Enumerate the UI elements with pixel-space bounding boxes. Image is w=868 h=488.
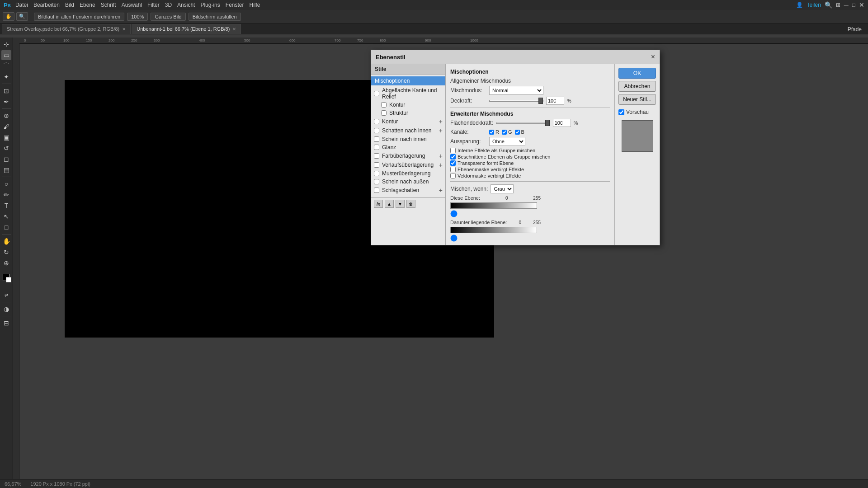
dialog-close-btn[interactable]: × <box>651 53 655 61</box>
tab-0-close[interactable]: ✕ <box>122 27 126 32</box>
deckraft-percent: % <box>567 98 571 103</box>
flaechen-slider[interactable] <box>496 122 550 124</box>
tab-0[interactable]: Stream Overlay.psdc bei 66,7% (Gruppe 2,… <box>2 24 131 34</box>
close-icon[interactable]: ✕ <box>859 1 864 9</box>
menu-auswahl[interactable]: Auswahl <box>122 2 142 8</box>
glanz-label: Glanz <box>382 144 443 150</box>
stile-mischoptionen[interactable]: Mischoptionen <box>371 76 445 85</box>
history-tool[interactable]: ↺ <box>1 143 11 153</box>
vorschau-checkbox[interactable] <box>618 109 624 115</box>
schlag-checkbox[interactable] <box>374 188 379 193</box>
tab-1[interactable]: Unbenannt-1 bei 66,7% (Ebene 1, RGB/8) ✕ <box>132 24 241 34</box>
menu-hilfe[interactable]: Hilfe <box>249 2 260 8</box>
mischmodus-select[interactable]: Normal Multiplizieren Abblenden Abdunkel… <box>489 86 543 95</box>
struktur-checkbox[interactable] <box>381 110 387 116</box>
zoom-value-btn[interactable]: 100% <box>127 13 148 21</box>
kontur2-checkbox[interactable] <box>374 119 379 124</box>
kontur1-checkbox[interactable] <box>381 102 387 108</box>
mischen-wenn-select[interactable]: Grau Rot Grün Blau <box>491 184 514 193</box>
fill-screen-btn[interactable]: Bildschirm ausfüllen <box>189 13 241 21</box>
stamp-tool[interactable]: ▣ <box>1 132 11 142</box>
dodge-tool[interactable]: ○ <box>1 179 11 189</box>
path-select-tool[interactable]: ↖ <box>1 211 11 221</box>
glanz-checkbox[interactable] <box>374 145 379 150</box>
neuer-stil-button[interactable]: Neuer Stil... <box>618 94 656 105</box>
selection-tool[interactable]: ▭ <box>1 50 11 60</box>
menu-datei[interactable]: Datei <box>15 2 28 8</box>
fit-page-btn[interactable]: Ganzes Bild <box>151 13 185 21</box>
lasso-tool[interactable]: ⌒ <box>1 61 11 71</box>
deckraft-slider[interactable] <box>489 100 543 102</box>
schatten-innen-plus[interactable]: + <box>439 127 443 134</box>
schlag-plus[interactable]: + <box>439 187 443 194</box>
pen-tool[interactable]: ✏ <box>1 190 11 200</box>
eraser-tool[interactable]: ◻ <box>1 154 11 164</box>
breadcrumb-btn[interactable]: Bildlauf in allen Fenstern durchführen <box>34 13 124 21</box>
farbe-plus[interactable]: + <box>439 152 443 160</box>
deckraft-input[interactable] <box>546 97 564 105</box>
gradient-tool[interactable]: ▤ <box>1 165 11 175</box>
heal-tool[interactable]: ⊕ <box>1 111 11 121</box>
move-tool[interactable]: ⊹ <box>1 39 11 49</box>
menu-filter[interactable]: Filter <box>147 2 160 8</box>
farbe-checkbox[interactable] <box>374 153 379 159</box>
ebenenmaske-label: Ebenenmaske verbirgt Effekte <box>458 167 524 172</box>
menu-schrift[interactable]: Schrift <box>101 2 116 8</box>
menu-plugins[interactable]: Plug-ins <box>200 2 220 8</box>
brush-tool[interactable]: 🖌 <box>1 122 11 131</box>
vektormaske-checkbox[interactable] <box>450 173 456 178</box>
down-btn[interactable]: ▼ <box>396 200 405 208</box>
statusbar: 66,67% 1920 Px x 1080 Px (72 ppi) <box>0 479 868 488</box>
menu-bearbeiten[interactable]: Bearbeiten <box>33 2 60 8</box>
darunter-ebene-slider[interactable] <box>450 237 537 239</box>
schein-innen-checkbox[interactable] <box>374 136 379 142</box>
up-btn[interactable]: ▲ <box>385 200 394 208</box>
beschnitt-checkbox[interactable] <box>450 154 456 160</box>
trash-btn[interactable]: 🗑 <box>406 200 415 208</box>
interne-checkbox[interactable] <box>450 148 456 153</box>
ok-button[interactable]: OK <box>618 68 656 79</box>
menu-ansicht[interactable]: Ansicht <box>177 2 195 8</box>
hand-tool-btn[interactable]: ✋ <box>3 12 14 21</box>
shape-tool[interactable]: □ <box>1 222 11 232</box>
layout-icon[interactable]: ⊞ <box>836 2 840 8</box>
kanale-g-checkbox[interactable] <box>502 130 507 135</box>
flaechen-input[interactable] <box>553 119 571 127</box>
search-icon[interactable]: 🔍 <box>825 1 832 9</box>
fx-btn[interactable]: fx <box>374 200 383 208</box>
menu-fenster[interactable]: Fenster <box>226 2 244 8</box>
tab-1-close[interactable]: ✕ <box>232 27 236 32</box>
hand-tool[interactable]: ✋ <box>1 236 11 246</box>
kanale-r-checkbox[interactable] <box>489 130 494 135</box>
share-label[interactable]: Teilen <box>807 2 821 8</box>
kante-checkbox[interactable] <box>374 91 379 96</box>
minimize-icon[interactable]: ─ <box>844 1 849 9</box>
screen-mode-btn[interactable]: ⊟ <box>1 318 11 328</box>
aussparung-select[interactable]: Ohne Flach Tief <box>489 137 525 146</box>
kontur2-plus[interactable]: + <box>439 118 443 125</box>
schein-aussen-checkbox[interactable] <box>374 179 379 184</box>
quick-mask-btn[interactable]: ◑ <box>1 304 11 314</box>
abbrechen-button[interactable]: Abbrechen <box>618 81 656 92</box>
text-tool[interactable]: T <box>1 201 11 211</box>
kanale-b-checkbox[interactable] <box>515 130 520 135</box>
crop-tool[interactable]: ⊡ <box>1 86 11 96</box>
wand-tool[interactable]: ✦ <box>1 72 11 82</box>
diese-ebene-slider[interactable] <box>450 213 537 215</box>
zoom-tool[interactable]: ⊕ <box>1 258 11 268</box>
menu-ebene[interactable]: Ebene <box>80 2 95 8</box>
zoom-tool-btn[interactable]: 🔍 <box>16 12 28 21</box>
eyedropper-tool[interactable]: ✒ <box>1 97 11 107</box>
menu-3d[interactable]: 3D <box>165 2 172 8</box>
rotate-tool[interactable]: ↻ <box>1 247 11 257</box>
ebenenmaske-checkbox[interactable] <box>450 167 456 172</box>
menu-bild[interactable]: Bild <box>65 2 74 8</box>
transparenz-checkbox[interactable] <box>450 160 456 166</box>
muster-checkbox[interactable] <box>374 171 379 176</box>
divider-1 <box>450 108 610 108</box>
restore-icon[interactable]: □ <box>852 2 855 8</box>
verlauf-plus[interactable]: + <box>439 161 443 169</box>
schatten-innen-checkbox[interactable] <box>374 128 379 133</box>
verlauf-checkbox[interactable] <box>374 162 379 168</box>
swap-colors-btn[interactable]: ⇌ <box>1 290 11 300</box>
